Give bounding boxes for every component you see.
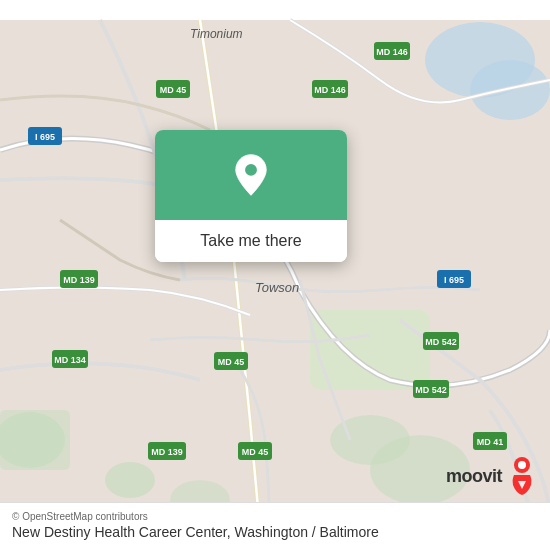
moovit-logo: moovit bbox=[446, 457, 538, 495]
svg-text:MD 542: MD 542 bbox=[425, 337, 457, 347]
svg-rect-4 bbox=[0, 410, 70, 470]
svg-text:MD 146: MD 146 bbox=[376, 47, 408, 57]
svg-text:MD 139: MD 139 bbox=[63, 275, 95, 285]
bottom-bar: © OpenStreetMap contributors New Destiny… bbox=[0, 502, 550, 550]
location-pin-icon bbox=[229, 153, 273, 197]
svg-point-5 bbox=[105, 462, 155, 498]
moovit-text: moovit bbox=[446, 466, 502, 487]
popup-card: Take me there bbox=[155, 130, 347, 262]
map-container: I 695 I 695 I 695 MD 146 MD 146 MD 45 MD… bbox=[0, 0, 550, 550]
svg-text:MD 45: MD 45 bbox=[218, 357, 245, 367]
popup-map-area bbox=[155, 130, 347, 220]
svg-text:MD 146: MD 146 bbox=[314, 85, 346, 95]
svg-text:MD 542: MD 542 bbox=[415, 385, 447, 395]
svg-text:MD 41: MD 41 bbox=[477, 437, 504, 447]
svg-point-40 bbox=[245, 164, 257, 176]
place-name: New Destiny Health Career Center, Washin… bbox=[12, 524, 538, 540]
svg-text:MD 45: MD 45 bbox=[160, 85, 187, 95]
svg-text:I 695: I 695 bbox=[35, 132, 55, 142]
moovit-icon bbox=[506, 457, 538, 495]
take-me-there-button[interactable]: Take me there bbox=[155, 220, 347, 262]
svg-text:MD 45: MD 45 bbox=[242, 447, 269, 457]
svg-text:I 695: I 695 bbox=[444, 275, 464, 285]
attribution: © OpenStreetMap contributors bbox=[12, 511, 538, 522]
svg-text:MD 139: MD 139 bbox=[151, 447, 183, 457]
svg-text:MD 134: MD 134 bbox=[54, 355, 86, 365]
svg-text:Towson: Towson bbox=[255, 280, 299, 295]
svg-text:Timonium: Timonium bbox=[190, 27, 243, 41]
svg-point-42 bbox=[518, 461, 526, 469]
